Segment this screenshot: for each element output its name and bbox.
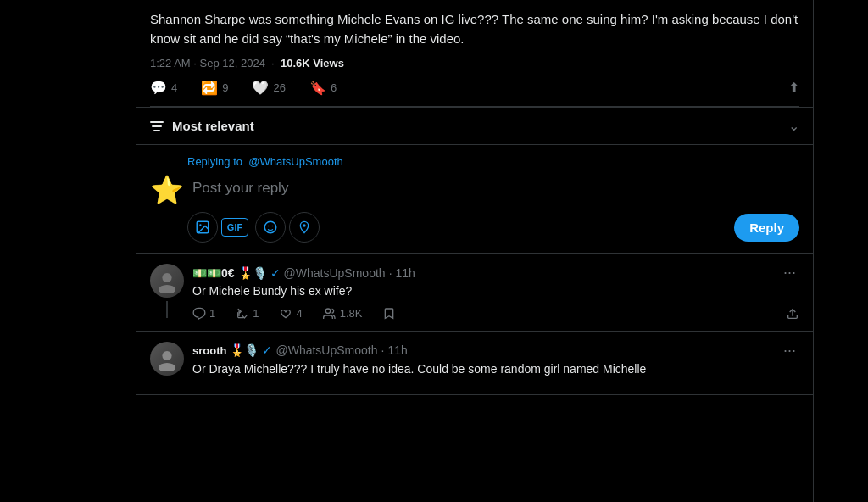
main-content: Shannon Sharpe was s‍omething Michele Ev… <box>136 0 814 502</box>
comment-reply-count-1: 1 <box>209 307 215 320</box>
tweet-actions: 💬 4 🔁 9 🤍 26 🔖 6 ⬆ <box>150 80 799 107</box>
comment-dot-2: · <box>381 343 385 357</box>
comment-like-1[interactable]: 4 <box>279 307 302 321</box>
svg-point-9 <box>159 362 175 370</box>
retweet-icon: 🔁 <box>201 80 218 96</box>
image-button[interactable] <box>187 212 218 243</box>
comment-user-info-2: srooth 🎖️🎙️ ✓ @WhatsUpSmooth · 11h <box>192 343 408 357</box>
comment-body-1: 💵💵0€ 🎖️🎙️ ✓ @WhatsUpSmooth · 11h ··· Or … <box>192 264 799 321</box>
avatar-col-1 <box>150 264 184 321</box>
comment-avatar-2 <box>150 342 184 376</box>
comment-more-2[interactable]: ··· <box>780 342 799 360</box>
comment-header-1: 💵💵0€ 🎖️🎙️ ✓ @WhatsUpSmooth · 11h ··· <box>192 264 799 282</box>
verified-badge-1: ✓ <box>270 266 281 280</box>
comment-dot-1: · <box>389 266 392 280</box>
svg-point-1 <box>199 224 201 226</box>
comment-retweet-1[interactable]: 1 <box>236 307 259 321</box>
comment-count: 4 <box>171 81 177 94</box>
tweet-text: Shannon Sharpe was s‍omething Michele Ev… <box>150 10 799 48</box>
right-sidebar <box>814 0 868 502</box>
filter-bars-icon[interactable] <box>150 121 164 131</box>
retweet-count: 9 <box>222 81 228 94</box>
thread-line-1 <box>166 301 168 318</box>
comment-name-2: srooth <box>192 344 226 357</box>
composer-row: ⭐ Post your reply <box>150 176 799 204</box>
reply-input[interactable]: Post your reply <box>192 176 799 197</box>
left-sidebar <box>0 0 136 502</box>
comment-reply-1[interactable]: 1 <box>192 307 215 321</box>
like-icon: 🤍 <box>252 80 269 96</box>
comment-time-1: 11h <box>396 266 415 280</box>
avatar-img-2 <box>150 342 184 376</box>
replying-to: Replying to @WhatsUpSmooth <box>187 155 799 168</box>
verified-badge-2: ✓ <box>262 343 272 357</box>
comment-views-count-1: 1.8K <box>340 307 363 320</box>
comment-item: 💵💵0€ 🎖️🎙️ ✓ @WhatsUpSmooth · 11h ··· Or … <box>136 254 813 332</box>
tweet-views: 10.6K Views <box>281 57 344 70</box>
comment-views-1[interactable]: 1.8K <box>323 307 363 321</box>
comment-bookmark-1[interactable] <box>382 307 396 321</box>
svg-point-6 <box>162 273 171 282</box>
user-avatar: ⭐ <box>150 176 184 204</box>
tweet-timestamp: 1:22 AM · Sep 12, 2024 <box>150 57 265 70</box>
comment-text-2: Or Draya Michelle??? I truly have no ide… <box>192 361 799 378</box>
like-action[interactable]: 🤍 26 <box>252 80 285 96</box>
filter-bar-3 <box>153 130 160 131</box>
comment-user-info-1: 💵💵0€ 🎖️🎙️ ✓ @WhatsUpSmooth · 11h <box>192 266 415 280</box>
avatar-img-1 <box>150 264 184 298</box>
svg-point-7 <box>159 285 175 293</box>
tweet-meta: 1:22 AM · Sep 12, 2024 · 10.6K Views <box>150 57 799 70</box>
comment-like-count-1: 4 <box>296 307 302 320</box>
filter-left: Most relevant <box>150 119 254 133</box>
toolbar-icons: GIF <box>187 212 734 243</box>
tweet-top: Shannon Sharpe was s‍omething Michele Ev… <box>136 0 813 108</box>
comment-retweet-count-1: 1 <box>253 307 259 320</box>
svg-point-3 <box>268 226 270 227</box>
comment-action[interactable]: 💬 4 <box>150 80 177 96</box>
avatar-col-2 <box>150 342 184 385</box>
comment-item-2: srooth 🎖️🎙️ ✓ @WhatsUpSmooth · 11h ··· O… <box>136 332 813 396</box>
location-button[interactable] <box>289 212 320 243</box>
gif-button[interactable]: GIF <box>221 218 248 237</box>
filter-bar-1 <box>150 121 164 123</box>
filter-label: Most relevant <box>172 119 254 133</box>
comment-time-2: 11h <box>387 343 407 357</box>
like-count: 26 <box>273 81 285 94</box>
bookmark-action[interactable]: 🔖 6 <box>309 80 337 96</box>
bookmark-icon: 🔖 <box>309 80 326 96</box>
replying-to-handle[interactable]: @WhatsUpSmooth <box>248 155 342 168</box>
filter-bar-2 <box>152 126 162 127</box>
reply-composer: Replying to @WhatsUpSmooth ⭐ Post your r… <box>136 145 813 254</box>
reply-button[interactable]: Reply <box>734 214 799 242</box>
filter-row[interactable]: Most relevant ⌄ <box>136 108 813 145</box>
page-wrapper: Shannon Sharpe was s‍omething Michele Ev… <box>0 0 868 502</box>
bookmark-count: 6 <box>331 81 337 94</box>
emoji-button[interactable] <box>255 212 286 243</box>
comment-badge-2: 🎖️🎙️ <box>230 343 259 357</box>
comment-more-1[interactable]: ··· <box>780 264 799 282</box>
comment-text-1: Or Michele Bundy his ex wife? <box>192 283 799 300</box>
svg-point-4 <box>272 226 274 227</box>
retweet-action[interactable]: 🔁 9 <box>201 80 228 96</box>
comment-icon: 💬 <box>150 80 167 96</box>
svg-point-5 <box>303 224 305 226</box>
comment-handle-1[interactable]: @WhatsUpSmooth <box>284 266 386 280</box>
svg-point-2 <box>264 221 276 233</box>
comment-handle-2[interactable]: @WhatsUpSmooth <box>275 343 377 357</box>
comment-actions-1: 1 1 4 1.8K <box>192 307 799 321</box>
filter-chevron-icon[interactable]: ⌄ <box>788 118 799 134</box>
comment-share-1[interactable] <box>786 307 799 321</box>
replying-to-label: Replying to <box>187 155 242 168</box>
comment-body-2: srooth 🎖️🎙️ ✓ @WhatsUpSmooth · 11h ··· O… <box>192 342 799 385</box>
share-action[interactable]: ⬆ <box>788 80 799 96</box>
share-icon: ⬆ <box>788 80 799 96</box>
comment-name-1: 💵💵0€ <box>192 266 235 280</box>
svg-point-8 <box>162 350 171 360</box>
composer-toolbar: GIF Reply <box>187 212 799 243</box>
comment-header-2: srooth 🎖️🎙️ ✓ @WhatsUpSmooth · 11h ··· <box>192 342 799 360</box>
comment-badge-1: 🎖️🎙️ <box>238 266 267 280</box>
comment-avatar-1 <box>150 264 184 298</box>
